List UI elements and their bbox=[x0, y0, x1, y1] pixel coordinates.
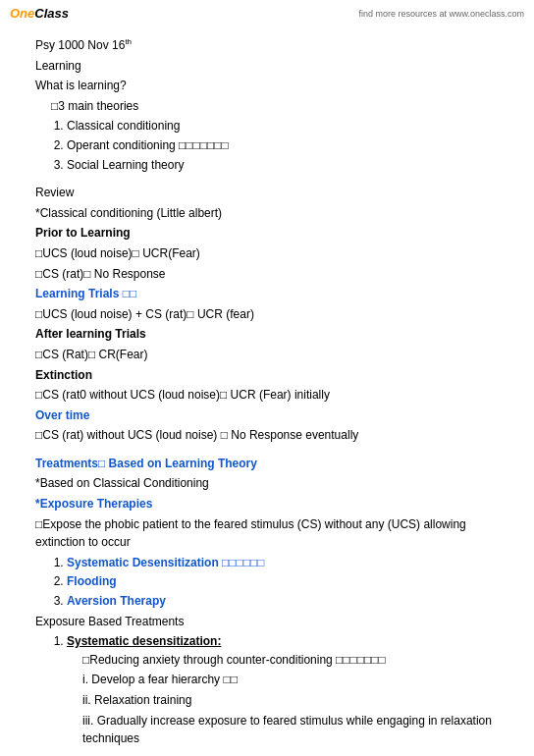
what-is: What is learning? bbox=[35, 77, 499, 95]
extinction2: □CS (rat) without UCS (loud noise) □ No … bbox=[35, 426, 499, 445]
learning-trials-heading: Learning Trials □□ bbox=[35, 285, 499, 303]
review-heading: Review bbox=[35, 184, 499, 202]
list-item: Social Learning theory bbox=[67, 156, 499, 175]
logo-class: Class bbox=[34, 6, 69, 21]
review-section: Review *Classical conditioning (Little a… bbox=[35, 184, 499, 445]
based-classical: *Based on Classical Conditioning bbox=[35, 474, 499, 493]
systematic-intro: □Reducing anxiety through counter-condit… bbox=[67, 651, 499, 670]
theories-intro: □3 main theories bbox=[35, 97, 499, 116]
logo-left: OneClass bbox=[10, 6, 69, 21]
exposure-desc: □Expose the phobic patient to the feared… bbox=[35, 515, 499, 552]
treatments-heading: Treatments□ Based on Learning Theory bbox=[35, 455, 499, 473]
after-heading: After learning Trials bbox=[35, 325, 499, 344]
list-item: Classical conditioning bbox=[67, 117, 499, 135]
header: OneClass find more resources at www.onec… bbox=[0, 0, 534, 25]
exposure-based: Exposure Based Treatments bbox=[35, 613, 499, 631]
flooding-item: Flooding: Reducing anxiety through extin… bbox=[67, 752, 499, 756]
list-item: Systematic Desensitization □□□□□□ bbox=[67, 554, 499, 572]
list-item: Aversion Therapy bbox=[67, 592, 499, 611]
list-item: Flooding bbox=[67, 572, 499, 591]
step-iii: iii. Gradually increase exposure to fear… bbox=[82, 712, 499, 748]
systematic-steps: i. Develop a fear hierarchy □□ ii. Relax… bbox=[67, 671, 499, 747]
systematic-item: Systematic desensitization: □Reducing an… bbox=[67, 632, 499, 748]
treatments-section: Treatments□ Based on Learning Theory *Ba… bbox=[35, 455, 499, 756]
step-i: i. Develop a fear hierarchy □□ bbox=[82, 671, 499, 689]
prior1: □UCS (loud noise)□ UCR(Fear) bbox=[35, 244, 499, 263]
prior2: □CS (rat)□ No Response bbox=[35, 265, 499, 284]
course-title: Psy 1000 Nov 16th bbox=[35, 36, 499, 55]
review-line1: *Classical conditioning (Little albert) bbox=[35, 204, 499, 223]
prior-heading: Prior to Learning bbox=[35, 224, 499, 243]
list-item: Operant conditioning □□□□□□□ bbox=[67, 136, 499, 155]
topic: Learning bbox=[35, 57, 499, 76]
header-tagline: find more resources at www.oneclass.com bbox=[358, 9, 524, 19]
extinction-heading: Extinction bbox=[35, 366, 499, 385]
extinction1: □CS (rat0 without UCS (loud noise)□ UCR … bbox=[35, 386, 499, 405]
step-ii: ii. Relaxation training bbox=[82, 691, 499, 710]
learning-trials1: □UCS (loud noise) + CS (rat)□ UCR (fear) bbox=[35, 305, 499, 324]
exposure-based-list: Systematic desensitization: □Reducing an… bbox=[35, 632, 499, 756]
theories-list: Classical conditioning Operant condition… bbox=[35, 117, 499, 174]
over-time: Over time bbox=[35, 406, 499, 425]
therapies-list: Systematic Desensitization □□□□□□ Floodi… bbox=[35, 554, 499, 611]
after1: □CS (Rat)□ CR(Fear) bbox=[35, 346, 499, 364]
main-content: Psy 1000 Nov 16th Learning What is learn… bbox=[0, 25, 534, 756]
exposure-heading: *Exposure Therapies bbox=[35, 495, 499, 513]
logo-one: One bbox=[10, 6, 34, 21]
